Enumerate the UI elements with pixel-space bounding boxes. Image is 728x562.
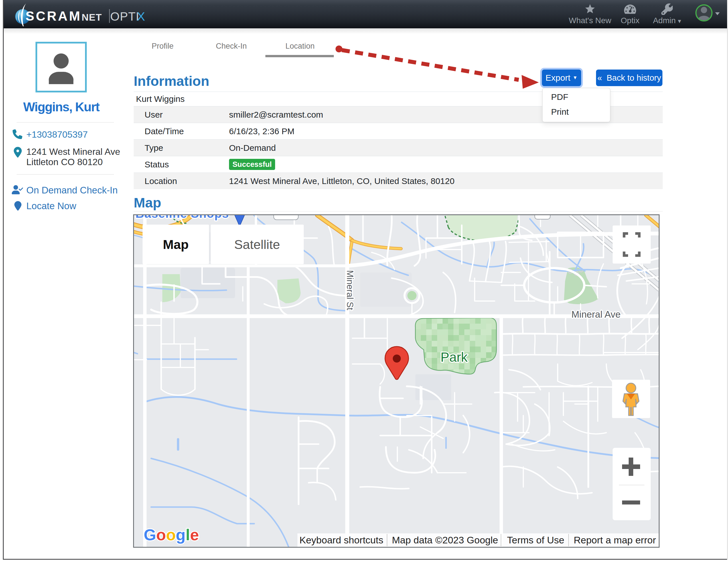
svg-text:Map: Map [163, 237, 189, 252]
svg-text:Terms of Use: Terms of Use [507, 535, 564, 545]
svg-text:Mineral St: Mineral St [345, 270, 355, 310]
svg-text:Keyboard shortcuts: Keyboard shortcuts [299, 535, 383, 545]
svg-text:NET: NET [82, 12, 102, 23]
svg-text:Google: Google [144, 526, 199, 544]
svg-text:Mineral Ave: Mineral Ave [571, 309, 621, 319]
svg-text:Report a map error: Report a map error [574, 535, 656, 545]
svg-text:OPTI: OPTI [110, 10, 139, 23]
svg-text:Satellite: Satellite [234, 237, 280, 252]
svg-text:Map data ©2023 Google: Map data ©2023 Google [392, 535, 498, 545]
svg-text:Park: Park [441, 350, 468, 364]
svg-text:X: X [137, 9, 145, 23]
svg-text:SCRAM: SCRAM [25, 9, 82, 23]
svg-text:Baseline Shops: Baseline Shops [135, 215, 229, 220]
